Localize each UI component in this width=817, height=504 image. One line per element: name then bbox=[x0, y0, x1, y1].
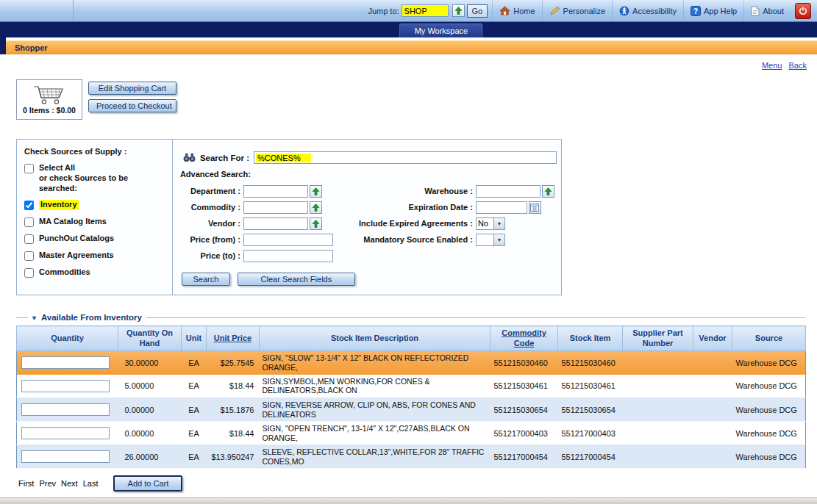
expiration-date-calendar-button[interactable] bbox=[529, 201, 541, 214]
table-row[interactable]: 5.00000 EA $18.44 SIGN,SYMBOL,MEN WORKIN… bbox=[17, 375, 806, 398]
expiration-date-input[interactable] bbox=[476, 201, 527, 214]
col-commodity-code-sort[interactable]: Commodity Code bbox=[490, 326, 558, 351]
vendor-picker-button[interactable] bbox=[310, 217, 322, 230]
about-icon bbox=[751, 6, 760, 16]
vendor-cell bbox=[693, 422, 732, 445]
stock-item-cell: 551217000454 bbox=[558, 445, 623, 469]
col-source: Source bbox=[732, 326, 806, 351]
app-help-button[interactable]: ? App Help bbox=[684, 6, 743, 16]
inventory-checkbox[interactable] bbox=[24, 201, 34, 210]
search-for-input[interactable]: %CONES% bbox=[254, 151, 557, 164]
punchout-catalogs-checkbox[interactable] bbox=[24, 234, 34, 244]
logout-button[interactable] bbox=[795, 3, 811, 19]
price-from-label: Price (from) : bbox=[180, 235, 240, 244]
mandatory-source-enabled-label: Mandatory Source Enabled : bbox=[346, 235, 473, 244]
personalize-label: Personalize bbox=[563, 7, 605, 15]
expiration-date-label: Expiration Date : bbox=[346, 203, 473, 212]
commodities-checkbox[interactable] bbox=[24, 268, 34, 278]
quantity-input[interactable] bbox=[21, 403, 110, 416]
workspace-bar: My Workspace bbox=[0, 22, 817, 37]
commodity-input[interactable] bbox=[243, 201, 308, 214]
accessibility-icon bbox=[619, 6, 629, 16]
supplier-part-cell bbox=[623, 375, 693, 398]
table-row[interactable]: 0.00000 EA $15.1876 SIGN, REVERSE ARROW,… bbox=[17, 398, 806, 422]
accessibility-button[interactable]: Accessibility bbox=[613, 6, 683, 16]
department-input[interactable] bbox=[243, 185, 308, 198]
add-to-cart-button[interactable]: Add to Cart bbox=[113, 475, 182, 492]
edit-shopping-cart-button[interactable]: Edit Shopping Cart bbox=[88, 82, 176, 95]
advanced-row-1: Department : Warehouse : bbox=[180, 183, 557, 199]
vendor-cell bbox=[693, 445, 732, 469]
binoculars-icon bbox=[183, 153, 196, 162]
bottom-status-strip bbox=[0, 497, 817, 504]
clear-search-fields-button[interactable]: Clear Search Fields bbox=[238, 273, 355, 286]
source-cell: Warehouse DCG bbox=[732, 422, 806, 445]
prev-page-link[interactable]: Prev bbox=[39, 479, 56, 488]
commodity-picker-button[interactable] bbox=[310, 201, 322, 214]
next-page-link[interactable]: Next bbox=[61, 479, 78, 488]
shopper-bar: Shopper bbox=[6, 40, 817, 54]
go-button[interactable]: Go bbox=[467, 4, 488, 18]
select-all-checkbox[interactable] bbox=[24, 164, 34, 173]
collapse-section-icon[interactable] bbox=[31, 313, 38, 322]
menu-link[interactable]: Menu bbox=[762, 61, 782, 70]
col-quantity: Quantity bbox=[17, 326, 118, 351]
on-hand-cell: 26.00000 bbox=[118, 445, 182, 469]
unit-cell: EA bbox=[182, 351, 207, 375]
about-button[interactable]: About bbox=[744, 6, 791, 16]
application-window: Jump to: Go Home Personalize bbox=[0, 0, 817, 504]
price-from-input[interactable] bbox=[243, 234, 333, 246]
topbar-divider bbox=[542, 0, 543, 21]
ma-catalog-items-checkbox[interactable] bbox=[24, 217, 34, 227]
back-link[interactable]: Back bbox=[789, 61, 807, 70]
search-fields-panel: Search For : %CONES% Advanced Search: De… bbox=[172, 140, 561, 295]
jump-to-picker-button[interactable] bbox=[452, 4, 465, 17]
jump-to-group: Jump to: Go bbox=[363, 4, 492, 18]
table-row[interactable]: 0.00000 EA $18.44 SIGN, "OPEN TRENCH", 1… bbox=[17, 422, 806, 445]
source-commodities: Commodities bbox=[24, 267, 168, 278]
table-row[interactable]: 30.00000 EA $25.7545 SIGN, "SLOW" 13-1/4… bbox=[17, 351, 806, 375]
header-rule-right bbox=[146, 317, 805, 318]
table-row[interactable]: 26.00000 EA $13.950247 SLEEVE, REFLECTIV… bbox=[17, 445, 806, 469]
search-for-label: Search For : bbox=[200, 154, 249, 162]
warehouse-input[interactable] bbox=[476, 185, 540, 198]
home-button[interactable]: Home bbox=[493, 6, 541, 15]
quantity-input[interactable] bbox=[21, 356, 110, 369]
advanced-row-3: Vendor : Include Expired Agreements : No bbox=[180, 215, 557, 231]
proceed-to-checkout-button[interactable]: Proceed to Checkout bbox=[88, 99, 176, 112]
mandatory-source-enabled-select[interactable] bbox=[476, 234, 505, 246]
quantity-input[interactable] bbox=[21, 380, 110, 392]
col-quantity-on-hand: Quantity On Hand bbox=[118, 326, 182, 351]
quantity-input[interactable] bbox=[21, 450, 110, 463]
shopping-cart-icon bbox=[32, 84, 66, 105]
price-to-input[interactable] bbox=[243, 250, 333, 262]
vendor-input[interactable] bbox=[243, 217, 308, 230]
search-button[interactable]: Search bbox=[182, 273, 230, 286]
green-arrow-picker-icon bbox=[544, 187, 552, 195]
department-picker-button[interactable] bbox=[310, 185, 322, 198]
topbar-left-section bbox=[0, 0, 74, 21]
home-label: Home bbox=[513, 7, 535, 15]
master-agreements-checkbox[interactable] bbox=[24, 251, 34, 261]
quantity-input[interactable] bbox=[21, 427, 110, 439]
warehouse-picker-button[interactable] bbox=[542, 185, 554, 198]
first-page-link[interactable]: First bbox=[18, 479, 34, 488]
include-expired-agreements-select[interactable]: No bbox=[476, 217, 505, 230]
search-buttons-row: Search Clear Search Fields bbox=[182, 273, 557, 286]
tab-my-workspace[interactable]: My Workspace bbox=[399, 24, 484, 37]
jump-to-input[interactable] bbox=[402, 4, 449, 17]
commodity-code-cell: 551215030461 bbox=[490, 375, 558, 398]
col-unit-price-sort[interactable]: Unit Price bbox=[207, 326, 260, 351]
source-punchout-catalogs: PunchOut Catalogs bbox=[24, 234, 168, 244]
green-arrow-picker-icon bbox=[454, 7, 463, 15]
calendar-icon bbox=[530, 203, 539, 212]
personalize-button[interactable]: Personalize bbox=[543, 6, 612, 15]
power-icon bbox=[799, 7, 807, 15]
col-stock-item-description: Stock Item Description bbox=[260, 326, 490, 351]
pagination-links: First Prev Next Last bbox=[18, 479, 98, 488]
description-cell: SIGN,SYMBOL,MEN WORKING,FOR CONES & DELI… bbox=[260, 375, 490, 398]
col-vendor: Vendor bbox=[693, 326, 732, 351]
table-footer: First Prev Next Last Add to Cart bbox=[16, 475, 805, 492]
last-page-link[interactable]: Last bbox=[83, 479, 99, 488]
on-hand-cell: 0.00000 bbox=[118, 422, 182, 445]
